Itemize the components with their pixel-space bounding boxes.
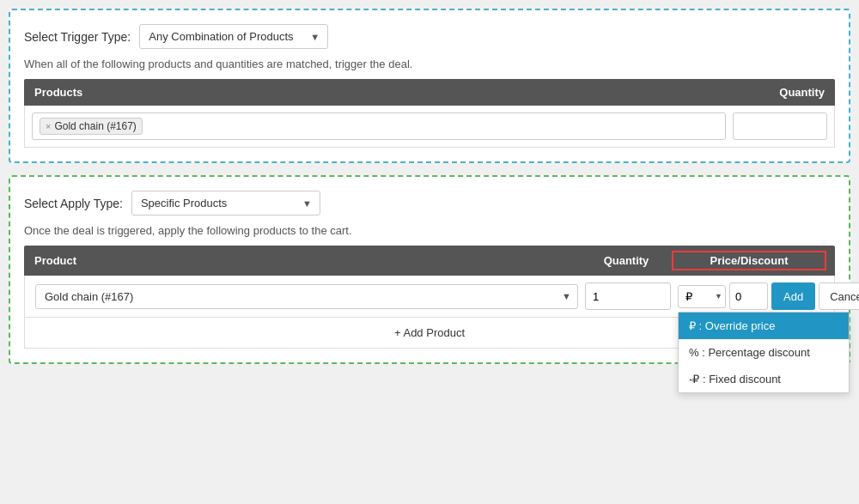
- trigger-th-products: Products: [34, 86, 722, 99]
- trigger-table-body: × Gold chain (#167): [24, 106, 835, 148]
- apply-description: Once the deal is triggered, apply the fo…: [24, 224, 835, 237]
- discount-value-input[interactable]: [729, 282, 768, 310]
- currency-select-wrapper: ₽ % -₽ ▼: [678, 285, 726, 308]
- apply-label: Select Apply Type:: [24, 197, 123, 210]
- trigger-products-input[interactable]: × Gold chain (#167): [32, 112, 726, 140]
- apply-product-select-wrapper: Gold chain (#167) ▼: [35, 284, 578, 309]
- trigger-th-quantity: Quantity: [722, 86, 825, 99]
- dropdown-item-override[interactable]: ₽ : Override price: [679, 313, 849, 339]
- add-button[interactable]: Add: [771, 282, 815, 310]
- dropdown-item-fixed[interactable]: -₽ : Fixed discount: [679, 366, 849, 392]
- price-type-dropdown: ₽ : Override price % : Percentage discou…: [678, 312, 850, 393]
- apply-th-price-discount: Price/Discount: [672, 251, 826, 270]
- apply-table-header: Product Quantity Price/Discount: [24, 246, 835, 276]
- trigger-description: When all of the following products and q…: [24, 58, 835, 70]
- apply-th-product: Product: [34, 254, 579, 267]
- price-discount-cell: ₽ % -₽ ▼ Add Cancel ₽ : Override price %…: [678, 282, 824, 310]
- trigger-label: Select Trigger Type:: [24, 30, 131, 44]
- apply-th-quantity: Quantity: [579, 254, 673, 267]
- trigger-panel: Select Trigger Type: Any Combination of …: [9, 9, 850, 163]
- trigger-product-tag: × Gold chain (#167): [40, 118, 143, 135]
- apply-table: Product Quantity Price/Discount Gold cha…: [24, 246, 835, 349]
- apply-panel: Select Apply Type: Specific Products Any…: [9, 175, 850, 364]
- currency-type-select[interactable]: ₽ % -₽: [678, 285, 726, 308]
- trigger-table-header: Products Quantity: [24, 79, 835, 106]
- apply-select-wrapper: Specific Products Any Combination of Pro…: [131, 191, 320, 216]
- trigger-quantity-input[interactable]: [733, 112, 827, 140]
- cancel-button[interactable]: Cancel: [819, 282, 859, 310]
- apply-product-select[interactable]: Gold chain (#167): [35, 284, 578, 309]
- trigger-table: Products Quantity × Gold chain (#167): [24, 79, 835, 148]
- trigger-select-wrapper: Any Combination of Products Specific Pro…: [139, 24, 328, 49]
- apply-type-select[interactable]: Specific Products Any Combination of Pro…: [131, 191, 320, 216]
- apply-table-row: Gold chain (#167) ▼ ₽ % -₽ ▼ Add Cancel: [24, 276, 835, 318]
- add-product-button[interactable]: + Add Product: [394, 326, 465, 339]
- apply-quantity-input[interactable]: [585, 282, 671, 310]
- dropdown-item-percentage[interactable]: % : Percentage discount: [679, 339, 849, 366]
- trigger-type-select[interactable]: Any Combination of Products Specific Pro…: [139, 24, 328, 49]
- tag-x-icon[interactable]: ×: [46, 121, 51, 131]
- tag-label: Gold chain (#167): [54, 120, 136, 132]
